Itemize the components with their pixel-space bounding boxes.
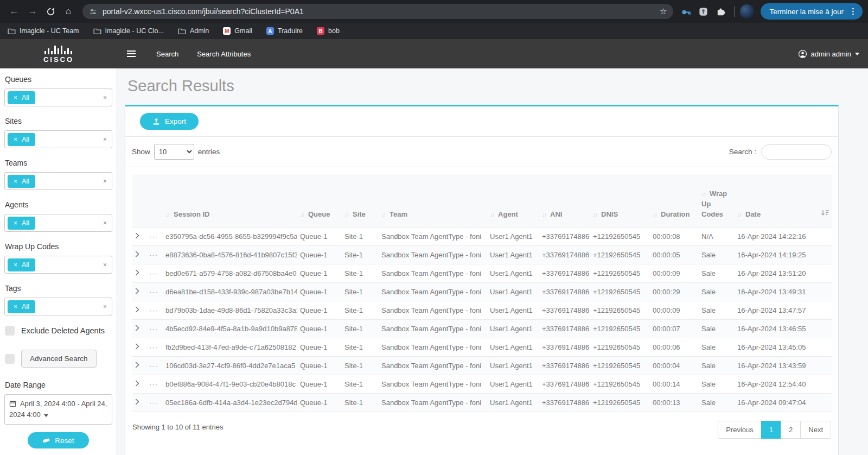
- filter-chip[interactable]: × All: [8, 91, 35, 104]
- table-row[interactable]: ··· 05ec186a-6dfb-414a-a3d4-1e23ec2d794d…: [132, 393, 832, 412]
- row-actions-icon[interactable]: ···: [149, 325, 158, 333]
- page-button[interactable]: 2: [781, 421, 801, 439]
- column-wrap-up-codes[interactable]: ↓↑Wrap Up Codes: [698, 175, 734, 227]
- user-menu[interactable]: admin admin: [798, 49, 859, 59]
- column-date[interactable]: ↓↑Date: [734, 175, 832, 227]
- row-actions-icon[interactable]: ···: [149, 232, 158, 241]
- page-button[interactable]: Previous: [718, 421, 762, 439]
- column-site[interactable]: ↓↑Site: [341, 175, 378, 227]
- column-queue[interactable]: ↓↑Queue: [297, 175, 341, 227]
- bookmark-item[interactable]: M Gmail: [223, 27, 252, 35]
- site-settings-icon[interactable]: [89, 8, 97, 16]
- clear-filter-icon[interactable]: ×: [103, 178, 107, 185]
- row-actions-icon[interactable]: ···: [149, 380, 158, 388]
- advanced-search-button[interactable]: Advanced Search: [21, 350, 97, 368]
- table-row[interactable]: ··· bd79b03b-1dae-49d8-86d1-75820a33c3a2…: [132, 301, 832, 319]
- row-actions-icon[interactable]: ···: [149, 306, 158, 314]
- chip-remove-icon[interactable]: ×: [14, 178, 17, 185]
- column-ani[interactable]: ↓↑ANI: [539, 175, 590, 227]
- export-button[interactable]: Export: [140, 113, 199, 130]
- filter-chip[interactable]: × All: [8, 217, 35, 230]
- page-size-select[interactable]: 10: [154, 144, 194, 160]
- page-button[interactable]: 1: [761, 421, 781, 439]
- filter-select[interactable]: × All ×: [4, 298, 112, 315]
- column-dnis[interactable]: ↓↑DNIS: [590, 175, 649, 227]
- browser-menu-icon[interactable]: ⋮: [849, 7, 857, 16]
- url-bar[interactable]: portal-v2.wxcc-us1.cisco.com/jbui/search…: [82, 4, 673, 19]
- column-agent[interactable]: ↓↑Agent: [487, 175, 539, 227]
- extensions-icon[interactable]: [712, 3, 729, 20]
- filter-chip[interactable]: × All: [8, 133, 35, 146]
- filter-select[interactable]: × All ×: [4, 214, 112, 232]
- row-actions-icon[interactable]: ···: [149, 251, 158, 259]
- table-search-input[interactable]: [761, 144, 832, 160]
- column-duration[interactable]: ↓↑Duration: [649, 175, 698, 227]
- table-row[interactable]: ··· 4b5ecd92-84e9-4f5a-8a1b-9a9d10b9a878…: [132, 319, 832, 338]
- chevron-right-icon[interactable]: [135, 380, 139, 387]
- bookmark-item[interactable]: Imagicle - UC Clo...: [93, 27, 164, 35]
- chevron-right-icon[interactable]: [135, 399, 139, 405]
- profile-avatar[interactable]: [740, 4, 754, 18]
- clear-filter-icon[interactable]: ×: [103, 219, 107, 227]
- chevron-right-icon[interactable]: [135, 343, 139, 350]
- key-extension-icon[interactable]: [678, 3, 694, 20]
- nav-search[interactable]: Search: [156, 50, 178, 58]
- chip-remove-icon[interactable]: ×: [14, 94, 17, 102]
- chevron-right-icon[interactable]: [135, 288, 139, 294]
- chevron-right-icon[interactable]: [135, 325, 139, 331]
- forward-icon[interactable]: →: [24, 0, 41, 23]
- row-actions-icon[interactable]: ···: [149, 269, 158, 277]
- bookmark-item[interactable]: A Traduire: [266, 27, 303, 35]
- filter-select[interactable]: × All ×: [4, 89, 112, 106]
- table-row[interactable]: ··· d6ea81be-d158-433f-939c-987a03be7b14…: [132, 282, 832, 301]
- clear-filter-icon[interactable]: ×: [103, 94, 107, 102]
- row-actions-icon[interactable]: ···: [149, 343, 158, 351]
- clear-filter-icon[interactable]: ×: [103, 136, 107, 143]
- filter-chip[interactable]: × All: [8, 175, 35, 188]
- row-actions-icon[interactable]: ···: [149, 288, 158, 296]
- row-actions-icon[interactable]: ···: [149, 362, 158, 370]
- table-row[interactable]: ··· fb2d9bed-413f-47ed-a9de-c71a62508182…: [132, 338, 832, 356]
- back-icon[interactable]: ←: [5, 0, 23, 23]
- exclude-deleted-agents-checkbox[interactable]: [5, 326, 15, 336]
- update-browser-button[interactable]: Terminer la mise à jour ⋮: [761, 3, 863, 20]
- chip-remove-icon[interactable]: ×: [14, 261, 17, 269]
- chip-remove-icon[interactable]: ×: [14, 219, 17, 227]
- home-icon[interactable]: ⌂: [60, 0, 77, 23]
- table-row[interactable]: ··· e350795a-dc56-4955-8655-b329994f9c5a…: [132, 227, 832, 245]
- password-manager-icon[interactable]: [695, 3, 711, 20]
- clear-filter-icon[interactable]: ×: [103, 303, 107, 311]
- filter-select[interactable]: × All ×: [4, 256, 112, 274]
- bookmark-item[interactable]: B bob: [317, 27, 340, 35]
- bookmark-item[interactable]: Admin: [178, 27, 209, 35]
- clear-filter-icon[interactable]: ×: [103, 261, 107, 269]
- table-row[interactable]: ··· b0ef886a-9084-47f1-9e03-cb20e4b8018c…: [132, 375, 832, 393]
- reload-icon[interactable]: [42, 7, 59, 16]
- chevron-right-icon[interactable]: [135, 362, 139, 368]
- bookmark-star-icon[interactable]: ☆: [660, 7, 667, 16]
- reset-button[interactable]: Reset: [28, 432, 89, 448]
- column-team[interactable]: ↓↑Team: [378, 175, 487, 227]
- filter-chip[interactable]: × All: [8, 300, 35, 313]
- chevron-right-icon[interactable]: [135, 232, 139, 239]
- url-text[interactable]: portal-v2.wxcc-us1.cisco.com/jbui/search…: [103, 7, 654, 16]
- table-row[interactable]: ··· bed0e671-a579-4758-a082-d67508ba4e02…: [132, 264, 832, 282]
- chevron-right-icon[interactable]: [135, 269, 139, 276]
- date-range-picker[interactable]: April 3, 2024 4:00 - April 24, 2024 4:00: [4, 394, 112, 425]
- bookmark-item[interactable]: Imagicle - UC Team: [8, 27, 79, 35]
- page-button[interactable]: Next: [800, 421, 831, 439]
- nav-search-attributes[interactable]: Search Attributes: [197, 50, 251, 58]
- chip-remove-icon[interactable]: ×: [14, 136, 17, 143]
- advanced-search-checkbox[interactable]: [5, 354, 15, 364]
- table-row[interactable]: ··· e8873636-0ba8-4576-816d-41b9807c15f3…: [132, 245, 832, 264]
- chip-remove-icon[interactable]: ×: [14, 303, 17, 311]
- table-row[interactable]: ··· 106cd03d-3e27-4cf9-86f0-4dd2e7e1aca5…: [132, 356, 832, 375]
- chevron-right-icon[interactable]: [135, 251, 139, 257]
- row-actions-icon[interactable]: ···: [149, 399, 158, 407]
- filter-select[interactable]: × All ×: [4, 172, 112, 190]
- column-session-id[interactable]: ↓↑Session ID: [162, 175, 297, 227]
- chevron-right-icon[interactable]: [135, 306, 139, 313]
- filter-select[interactable]: × All ×: [4, 130, 112, 148]
- hamburger-menu-icon[interactable]: [125, 48, 138, 59]
- filter-chip[interactable]: × All: [8, 258, 35, 271]
